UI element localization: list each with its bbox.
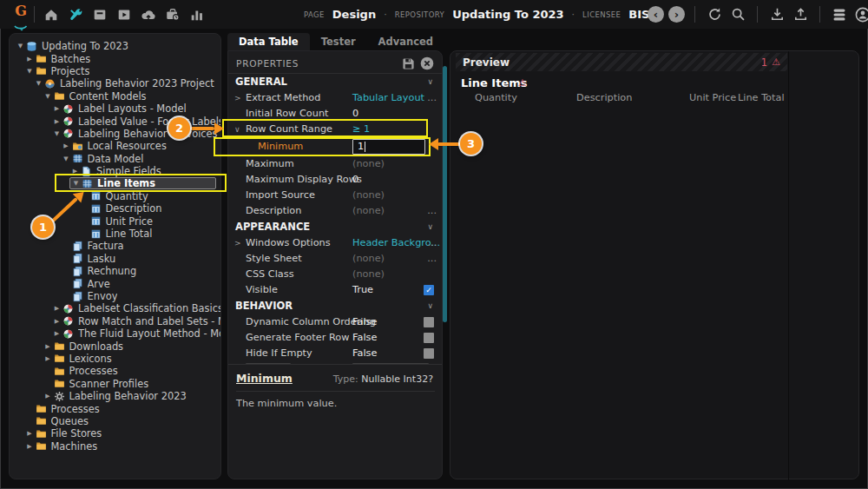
cloud-upload-icon[interactable] xyxy=(139,5,158,24)
tree-item-labeling-behavior-2023[interactable]: ▶Labeling Behavior 2023 xyxy=(10,390,220,402)
expand-arrow-icon[interactable]: ▶ xyxy=(51,318,62,325)
expand-arrow-icon[interactable]: > xyxy=(234,235,245,251)
checkbox-checked[interactable]: ✓ xyxy=(424,285,434,295)
checkbox-unchecked[interactable] xyxy=(424,333,434,343)
tree-item-rechnung[interactable]: Rechnung xyxy=(10,265,220,277)
ellipsis-button[interactable]: ... xyxy=(427,90,437,106)
chevron-down-icon[interactable]: ∨ xyxy=(427,298,433,314)
property-row-css-class[interactable]: CSS Class(none) xyxy=(228,267,442,282)
tab-bar: Data TableTesterAdvanced xyxy=(227,33,444,50)
expand-arrow-icon[interactable]: ▶ xyxy=(61,142,72,149)
tree-item-content-models[interactable]: ▼Content Models xyxy=(10,90,220,102)
tree-item-labelset-classification-basics-model[interactable]: ▶Labelset Classification Basics - Model xyxy=(10,302,220,314)
tree-item-envoy[interactable]: Envoy xyxy=(10,290,220,302)
ellipsis-button[interactable]: ... xyxy=(427,235,437,251)
collapse-arrow-icon[interactable]: ▼ xyxy=(61,155,72,162)
expand-arrow-icon[interactable]: ▶ xyxy=(43,343,54,350)
property-row-style-sheet[interactable]: Style Sheet(none)... xyxy=(228,251,442,267)
expand-arrow-icon[interactable]: ▶ xyxy=(43,355,54,362)
expand-arrow-icon[interactable]: ▶ xyxy=(51,305,62,312)
chevron-down-icon[interactable]: ∨ xyxy=(427,74,433,90)
tree-item-arve[interactable]: Arve xyxy=(10,277,220,289)
tree-item-queues[interactable]: Queues xyxy=(10,415,220,427)
collapse-arrow-icon[interactable]: ▼ xyxy=(51,130,62,137)
property-row-visible[interactable]: VisibleTrue✓ xyxy=(228,282,442,298)
refresh-icon[interactable] xyxy=(705,5,724,24)
property-row-dynamic-column-ordering[interactable]: Dynamic Column OrderingFalse xyxy=(228,314,442,330)
upload-icon[interactable] xyxy=(791,5,810,24)
job-queue-icon[interactable] xyxy=(163,5,182,24)
vertical-scrollbar[interactable] xyxy=(443,66,447,322)
collapse-arrow-icon[interactable]: ▼ xyxy=(43,93,54,100)
section-general[interactable]: GENERAL∨ xyxy=(228,74,442,90)
property-row-generate-footer-row[interactable]: Generate Footer RowFalse xyxy=(228,330,442,346)
tree-item-batches[interactable]: ▶Batches xyxy=(10,52,220,64)
tree-item-scanner-profiles[interactable]: Scanner Profiles xyxy=(10,378,220,390)
collapse-arrow-icon[interactable]: ▼ xyxy=(24,68,36,75)
expand-arrow-icon[interactable]: ▶ xyxy=(51,105,62,112)
licensee-value[interactable]: BIS xyxy=(628,8,649,21)
tree-item-label: Projects xyxy=(51,65,90,77)
property-row-description[interactable]: Description(none)... xyxy=(228,203,442,219)
save-icon[interactable] xyxy=(402,57,415,70)
account-icon[interactable] xyxy=(853,5,868,24)
tree-item-the-fluid-layout-method-model[interactable]: ▶The Fluid Layout Method - Model xyxy=(10,327,220,340)
expand-arrow-icon[interactable]: ▶ xyxy=(24,430,36,437)
tree-item-machines[interactable]: ▶Machines xyxy=(10,440,220,453)
search-icon[interactable] xyxy=(728,5,747,24)
batch-play-icon[interactable] xyxy=(115,5,134,24)
tree-item-label: Labeled Value - Footer Labels - Model xyxy=(78,116,221,128)
tree-item-factura[interactable]: Factura xyxy=(10,240,220,252)
tree-item-description[interactable]: Description xyxy=(10,202,220,215)
context-breadcrumb: PAGE Design · REPOSITORY Updating To 202… xyxy=(304,0,649,29)
tree-item-updating-to-2023[interactable]: ▼Updating To 2023 xyxy=(10,40,220,52)
expand-arrow-icon[interactable]: ▶ xyxy=(24,443,36,450)
checkbox-unchecked[interactable] xyxy=(424,348,434,359)
tab-tester[interactable]: Tester xyxy=(310,33,367,50)
collapse-arrow-icon[interactable]: ▼ xyxy=(15,43,26,50)
expand-arrow-icon[interactable]: ▶ xyxy=(51,330,62,337)
section-appearance[interactable]: APPEARANCE∨ xyxy=(228,219,442,235)
chevron-down-icon[interactable]: ∨ xyxy=(427,219,433,235)
batch-archive-icon[interactable] xyxy=(90,5,109,24)
collapse-arrow-icon[interactable]: ▼ xyxy=(33,80,44,87)
expand-arrow-icon[interactable]: ▶ xyxy=(51,118,62,125)
property-row-import-source[interactable]: Import Source(none) xyxy=(228,188,442,203)
property-row-maximum[interactable]: Maximum(none) xyxy=(228,156,442,172)
connections-icon[interactable] xyxy=(830,5,849,24)
ellipsis-button[interactable]: ... xyxy=(427,251,437,267)
tab-advanced[interactable]: Advanced xyxy=(367,33,444,50)
tree-item-processes[interactable]: Processes xyxy=(10,365,220,377)
expand-arrow-icon[interactable]: ▶ xyxy=(24,56,36,63)
home-icon[interactable] xyxy=(42,5,61,24)
tree-item-lasku[interactable]: Lasku xyxy=(10,253,220,265)
tree-item-label-layouts-model[interactable]: ▶Label Layouts - Model xyxy=(10,102,220,115)
property-row-windows-options[interactable]: >Windows OptionsHeader Backgro...... xyxy=(228,235,442,251)
tab-data-table[interactable]: Data Table xyxy=(227,33,310,50)
ellipsis-button[interactable]: ... xyxy=(427,203,437,219)
tree-item-downloads[interactable]: ▶Downloads xyxy=(10,340,220,352)
tree-item-file-stores[interactable]: ▶File Stores xyxy=(10,427,220,439)
property-row-hide-if-empty[interactable]: Hide If EmptyFalse xyxy=(228,346,442,361)
tree-item-lexicons[interactable]: ▶Lexicons xyxy=(10,353,220,365)
tree-item-row-match-and-label-sets-model[interactable]: ▶Row Match and Label Sets - Model xyxy=(10,315,220,327)
property-row-maximum-display-rows[interactable]: Maximum Display Rows0 xyxy=(228,172,442,188)
repository-value[interactable]: Updating To 2023 xyxy=(452,8,563,21)
checkbox-unchecked[interactable] xyxy=(424,317,434,327)
section-behavior[interactable]: BEHAVIOR∨ xyxy=(228,298,442,314)
property-row-extract-method[interactable]: >Extract MethodTabular Layout... xyxy=(228,90,442,106)
back-button[interactable]: ‹ xyxy=(648,6,664,23)
tree-item-processes[interactable]: Processes xyxy=(10,402,220,414)
close-icon[interactable] xyxy=(420,56,434,70)
expand-arrow-icon[interactable]: > xyxy=(234,90,245,106)
build-tools-icon[interactable] xyxy=(66,5,85,24)
expand-arrow-icon[interactable]: ▶ xyxy=(43,393,54,400)
page-value[interactable]: Design xyxy=(332,8,376,21)
download-icon[interactable] xyxy=(767,5,786,24)
reports-icon[interactable] xyxy=(187,5,207,24)
tree-item-local-resources[interactable]: ▶Local Resources xyxy=(10,140,220,152)
forward-button[interactable]: › xyxy=(668,6,685,23)
tree-item-labeling-behavior-2023-project[interactable]: ▼Labeling Behavior 2023 Project xyxy=(10,77,220,89)
tree-item-data-model[interactable]: ▼Data Model xyxy=(10,153,220,165)
tree-item-projects[interactable]: ▼Projects xyxy=(10,65,220,77)
